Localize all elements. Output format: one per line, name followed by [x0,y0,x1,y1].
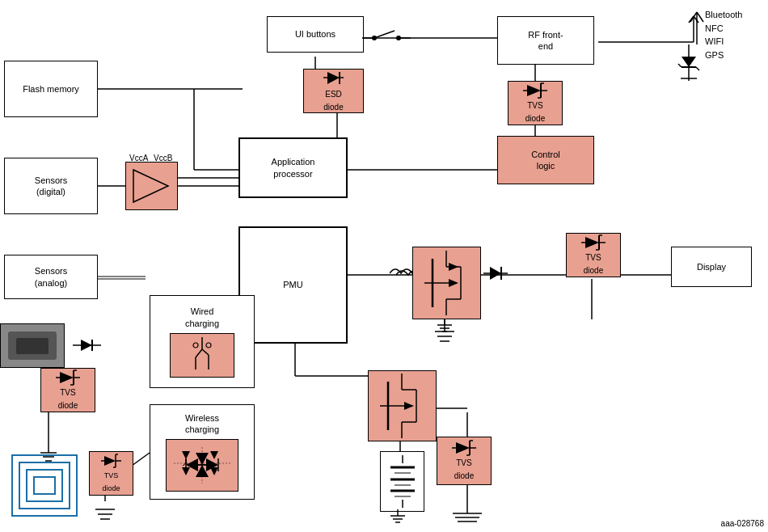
svg-line-161 [697,12,703,22]
esd-diode-block: ESDdiode [303,69,364,113]
app-processor-block: Applicationprocessor [238,137,348,198]
mosfet-top-block [412,247,481,319]
flash-memory-label: Flash memory [23,83,79,95]
reference-number: aaa-028768 [721,519,764,528]
mosfet-bottom-block [368,370,437,441]
wireless-charging-label: Wirelesscharging [185,412,219,436]
display-block: Display [671,247,752,287]
gps-label: GPS [705,49,742,62]
svg-marker-58 [133,170,168,202]
svg-marker-110 [456,442,470,454]
wired-charging-label: Wiredcharging [185,306,219,329]
svg-marker-75 [490,267,501,280]
sensors-analog-block: Sensors(analog) [4,255,98,299]
ground-battery [388,509,408,526]
wired-charging-block: Wiredcharging [150,295,255,388]
sensors-digital-block: Sensors(digital) [4,158,98,214]
tvs-diode-wireless-block: TVSdiode [89,451,133,496]
rf-frontend-label: RF front-end [528,29,563,53]
svg-marker-92 [449,263,458,271]
diagram: Flash memory Sensors(digital) Sensors(an… [0,0,768,532]
svg-line-166 [696,67,699,70]
svg-marker-64 [327,72,340,84]
diode-wired-symbol [73,337,101,353]
diode-symbol-line [483,264,508,284]
esd-diode-label: ESDdiode [323,90,343,112]
zener-diode-antenna [675,44,703,81]
switch-symbol [362,28,411,49]
tvs-diode-battery-label: TVSdiode [454,458,474,480]
svg-point-121 [193,343,198,348]
amp-buffer-block [125,162,178,210]
svg-marker-147 [81,340,92,351]
svg-marker-68 [527,85,541,96]
svg-marker-153 [104,456,116,466]
ground-mosfet-top [435,319,455,335]
wireless-labels: Bluetooth NFC WIFI GPS [705,8,742,61]
flash-memory-block: Flash memory [4,61,98,117]
svg-marker-140 [60,372,74,383]
tvs-diode-wireless-label: TVSdiode [102,471,120,492]
tvs-diode-rf-block: TVSdiode [508,81,563,125]
pmu-block: PMU [238,226,348,344]
tvs-diode-display-block: TVSdiode [566,233,621,277]
vcca-label: VccA [129,154,148,163]
ui-buttons-block: UI buttons [267,16,364,53]
rf-frontend-block: RF front-end [497,16,594,65]
svg-rect-152 [34,477,55,494]
vccb-label: VccB [154,154,172,163]
tvs-diode-wired-block: TVSdiode [40,368,95,412]
svg-line-117 [196,349,202,357]
tvs-diode-display-label: TVSdiode [584,253,603,275]
connector-image [0,323,65,368]
ui-buttons-label: UI buttons [295,28,335,40]
wireless-charging-block: Wirelesscharging [150,404,255,500]
nfc-label: NFC [705,22,742,36]
sensors-digital-label: Sensors(digital) [35,175,67,198]
tvs-diode-battery-block: TVSdiode [437,437,492,485]
svg-rect-151 [27,470,62,501]
wifi-label: WIFI [705,35,742,49]
svg-rect-149 [12,455,77,516]
svg-marker-163 [681,57,696,67]
svg-marker-77 [585,237,599,248]
sensors-analog-label: Sensors(analog) [35,265,67,289]
app-processor-label: Applicationprocessor [272,156,315,179]
display-label: Display [697,261,726,272]
svg-marker-123 [182,451,190,459]
svg-marker-91 [449,279,458,287]
bluetooth-label: Bluetooth [705,8,742,22]
svg-line-119 [202,349,209,355]
svg-line-62 [374,31,395,38]
control-logic-block: Controllogic [497,136,594,184]
svg-marker-128 [210,451,218,459]
wireless-coil [8,451,81,520]
tvs-diode-wired-label: TVSdiode [58,388,78,410]
tvs-diode-rf-label: TVSdiode [525,101,545,123]
svg-line-160 [690,12,697,22]
control-logic-label: Controllogic [531,149,559,172]
battery-block [380,451,424,512]
svg-point-122 [206,343,211,348]
svg-line-165 [678,64,681,67]
pmu-label: PMU [283,279,302,290]
svg-marker-101 [404,402,414,410]
